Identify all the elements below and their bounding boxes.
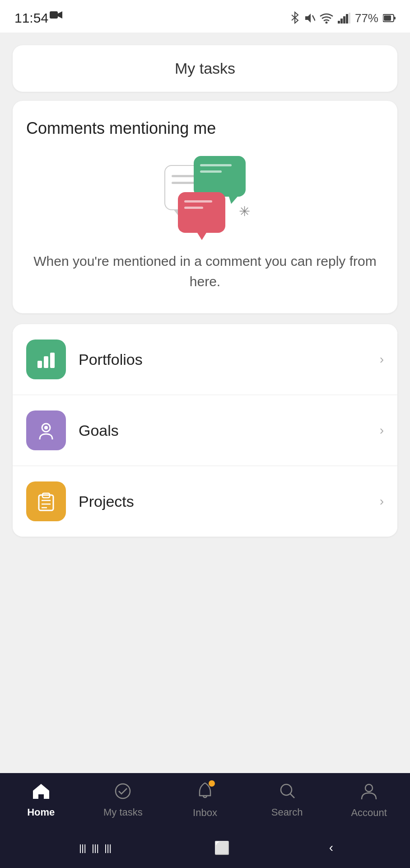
bar-chart-icon [36,349,56,370]
projects-label: Projects [79,493,380,510]
asterisk-icon: ✳ [239,203,250,219]
tab-search[interactable]: Search [246,773,328,827]
svg-point-23 [116,784,130,798]
my-tasks-label: My tasks [175,60,235,77]
projects-nav-item[interactable]: Projects › [13,466,397,537]
bubble-red-line [184,200,212,203]
search-icon [279,783,295,804]
svg-line-2 [312,15,315,21]
goals-label: Goals [79,422,380,439]
svg-rect-6 [343,16,345,24]
bell-icon [197,782,213,804]
svg-point-3 [325,22,327,24]
goals-icon [35,420,57,441]
status-icons: 77% [290,11,396,25]
tab-search-label: Search [271,807,303,818]
tab-mytasks-label: My tasks [103,807,143,818]
scroll-area: My tasks Comments mentioning me [0,33,410,773]
svg-rect-12 [50,11,58,19]
goals-nav-item[interactable]: Goals › [13,395,397,466]
wifi-icon [320,13,333,24]
svg-point-24 [281,784,292,795]
svg-rect-7 [346,14,348,24]
svg-point-17 [44,426,48,429]
bubble-red-line [184,207,203,209]
tab-account-label: Account [351,807,387,819]
svg-rect-13 [37,361,42,368]
svg-line-0 [292,15,295,18]
svg-rect-8 [349,13,350,24]
svg-line-25 [290,794,294,798]
goals-chevron: › [380,423,384,438]
tab-home-label: Home [27,807,55,818]
bubble-line [172,182,196,184]
my-tasks-card[interactable]: My tasks [13,45,397,92]
bubble-green [194,156,246,197]
svg-point-26 [365,784,373,792]
battery-icon [383,14,396,23]
comments-description: When you're mentioned in a comment you c… [26,251,384,292]
clipboard-icon [35,491,57,512]
bubble-red [178,192,225,233]
svg-rect-15 [50,353,55,368]
status-time: 11:54 [14,10,48,26]
tab-inbox-label: Inbox [193,807,217,819]
check-circle-icon [114,783,131,804]
battery-text: 77% [355,11,378,25]
bottom-nav-items: Home My tasks Inbox [0,773,410,827]
video-camera-icon [50,10,62,20]
portfolios-chevron: › [380,352,384,367]
back-button[interactable]: ‹ [329,840,333,855]
bottom-nav: Home My tasks Inbox [0,773,410,868]
recent-apps-button[interactable]: ⫼⫼⫼ [77,840,115,855]
svg-rect-14 [44,356,48,368]
home-button[interactable]: ⬜ [214,840,230,855]
status-bar: 11:54 77% [0,0,410,33]
signal-icon [338,13,350,24]
svg-rect-10 [394,17,396,19]
comments-title: Comments mentioning me [26,119,384,138]
tab-home[interactable]: Home [0,773,82,827]
nav-list-card: Portfolios › Goals › [13,324,397,537]
tab-account[interactable]: Account [328,773,410,827]
bubble-green-line [200,170,222,173]
portfolios-nav-item[interactable]: Portfolios › [13,324,397,395]
portfolios-icon-wrapper [26,340,66,379]
svg-rect-5 [340,19,343,24]
tab-mytasks[interactable]: My tasks [82,773,164,827]
inbox-badge [209,780,215,787]
projects-chevron: › [380,494,384,509]
svg-line-1 [292,18,295,20]
svg-rect-4 [338,21,340,24]
tab-inbox[interactable]: Inbox [164,773,246,827]
portfolios-label: Portfolios [79,351,380,368]
home-icon [32,783,50,804]
projects-icon-wrapper [26,481,66,521]
system-nav: ⫼⫼⫼ ⬜ ‹ [0,827,410,868]
person-icon [361,782,377,804]
comments-illustration: ✳ [26,156,384,233]
bubble-container: ✳ [164,156,246,233]
svg-rect-11 [384,15,391,21]
mute-icon [304,12,315,24]
bubble-green-line [200,164,232,166]
bluetooth-icon [290,11,300,25]
comments-card: Comments mentioning me [13,101,397,313]
goals-icon-wrapper [26,410,66,450]
